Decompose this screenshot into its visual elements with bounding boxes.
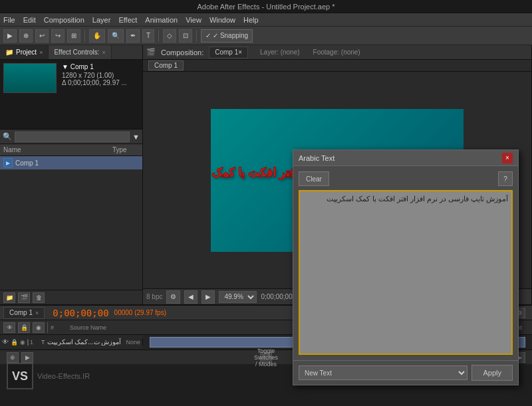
comp-details-2: Δ 0;00;10;00, 29.97 ...	[62, 79, 127, 86]
toolbar-btn-2[interactable]: ⊕	[19, 29, 33, 43]
dialog-close-btn[interactable]: ×	[502, 153, 513, 163]
effect-controls-close[interactable]: ×	[102, 49, 106, 56]
search-bar: 🔍 ▼	[0, 130, 142, 144]
menu-edit[interactable]: Edit	[23, 16, 36, 24]
toolbar-btn-hand[interactable]: ✋	[89, 29, 105, 43]
thumbnail-inner	[4, 64, 56, 92]
layer-eye-icon[interactable]: 👁	[2, 338, 9, 346]
comp-tab-close[interactable]: ×	[238, 49, 242, 56]
app-title: Adobe After Effects - Untitled Project.a…	[197, 3, 334, 11]
bottom-btn-2[interactable]: ▶	[21, 352, 33, 363]
search-dropdown[interactable]: ▼	[132, 133, 140, 141]
hash-col: #	[51, 324, 54, 331]
tab-effect-controls[interactable]: Effect Controls: ×	[49, 45, 111, 59]
comp-info-name: ▼ Comp 1	[62, 63, 127, 70]
zoom-select[interactable]: 49.9%	[219, 291, 257, 303]
comp-name-tab[interactable]: Comp 1 ×	[209, 47, 248, 58]
watermark-text: Video-Effects.IR	[37, 372, 90, 380]
new-comp-btn[interactable]: 🎬	[18, 292, 30, 303]
panel-footer: 📁 🎬 🗑	[0, 290, 142, 304]
snapping-label: ✓ Snapping	[213, 32, 248, 39]
arabic-textarea[interactable]: آموزش تایپ فارسی در نرم افزار افتر افکت …	[299, 190, 513, 355]
toolbar-btn-6[interactable]: ◇	[163, 29, 176, 43]
tab-project[interactable]: 📁 Project ×	[0, 45, 49, 59]
bottom-btn-switches[interactable]: Toggle Switches / Modes	[260, 352, 272, 363]
layer-info: Layer: (none)	[260, 49, 299, 56]
eye-btn[interactable]: 👁	[3, 322, 15, 333]
arabic-text-dialog: Arabic Text × Clear ? آموزش تایپ فارسی د…	[293, 150, 519, 385]
text-type-select[interactable]: New Text	[299, 365, 467, 380]
help-button[interactable]: ?	[498, 171, 513, 186]
comp-dropdown-arrow: ▼	[62, 63, 68, 70]
toolbar-sep-1	[84, 30, 85, 42]
timeline-comp-tab[interactable]: Comp 1 ×	[3, 307, 45, 319]
bottom-left-btns: ⊕ ▶	[7, 352, 33, 363]
toolbar-sep-2	[158, 30, 159, 42]
comp-details-1: 1280 x 720 (1.00)	[62, 72, 127, 79]
clear-button[interactable]: Clear	[299, 171, 329, 186]
comp-next-btn[interactable]: ▶	[201, 290, 215, 304]
fps-display: 00000 (29.97 fps)	[114, 309, 166, 316]
lock-btn[interactable]: 🔒	[18, 322, 30, 333]
footage-info: Footage: (none)	[313, 49, 360, 56]
menu-composition[interactable]: Composition	[44, 16, 84, 24]
comp-panel-label: Composition:	[161, 49, 203, 56]
snapping-toggle[interactable]: ✓ ✓ Snapping	[201, 29, 253, 43]
comp-sub-tab-bar: Comp 1	[143, 60, 531, 72]
layer-name: آموزش ت...کمک اسکریپت	[47, 338, 124, 346]
project-tab-close[interactable]: ×	[39, 49, 43, 56]
comp-prev-btn[interactable]: ◀	[184, 290, 198, 304]
toolbar-btn-4[interactable]: ↪	[51, 29, 65, 43]
menu-window[interactable]: Window	[209, 16, 235, 24]
controls-sep	[47, 322, 48, 333]
toolbar-sep-3	[196, 30, 197, 42]
timeline-row-left: 👁 🔒 ◉ | 1 T آموزش ت...کمک اسکریپت None	[0, 338, 143, 346]
menu-animation[interactable]: Animation	[145, 16, 178, 24]
dialog-body: Clear ? آموزش تایپ فارسی در نرم افزار اف…	[293, 166, 518, 360]
toolbar-btn-3[interactable]: ↩	[35, 29, 49, 43]
solo-btn[interactable]: ◉	[33, 322, 45, 333]
toolbar-btn-5[interactable]: ⊞	[67, 29, 80, 43]
comp-panel-icon: 🎬	[146, 48, 156, 56]
toolbar-btn-1[interactable]: ▶	[3, 29, 17, 43]
col-header-type: Type	[112, 146, 139, 153]
list-item[interactable]: ▶ Comp 1	[0, 156, 142, 169]
menu-view[interactable]: View	[186, 16, 201, 24]
comp-info: ▼ Comp 1 1280 x 720 (1.00) Δ 0;00;10;00,…	[62, 63, 127, 86]
comp-icon: ▶	[3, 158, 13, 167]
toolbar-btn-text[interactable]: T	[142, 29, 154, 43]
project-tab-label: Project	[16, 49, 37, 56]
menu-bar: File Edit Composition Layer Effect Anima…	[0, 13, 532, 27]
layer-lock-icon[interactable]: 🔒	[11, 339, 18, 346]
apply-button[interactable]: Apply	[471, 365, 513, 381]
snapping-check: ✓	[205, 32, 211, 39]
item-name: Comp 1	[15, 159, 110, 167]
layer-num: 1	[30, 339, 39, 346]
dialog-toolbar: Clear ?	[299, 171, 513, 186]
toolbar-btn-7[interactable]: ⊡	[179, 29, 192, 43]
menu-layer[interactable]: Layer	[92, 16, 111, 24]
comp-sub-tab[interactable]: Comp 1	[148, 60, 184, 70]
dialog-title: Arabic Text	[299, 154, 334, 162]
new-folder-btn[interactable]: 📁	[3, 292, 15, 303]
search-input[interactable]	[15, 132, 130, 142]
menu-effect[interactable]: Effect	[118, 16, 137, 24]
layer-parent: None	[126, 339, 140, 346]
comp-settings-btn[interactable]: ⚙	[166, 290, 180, 304]
timeline-tab-close[interactable]: ×	[35, 310, 39, 316]
trash-btn[interactable]: 🗑	[33, 292, 45, 303]
toolbar-btn-pen[interactable]: ✒	[126, 29, 140, 43]
menu-file[interactable]: File	[3, 16, 15, 24]
col-header-name: Name	[3, 146, 112, 153]
layer-solo[interactable]: ◉	[20, 339, 25, 346]
bottom-btn-1[interactable]: ⊕	[7, 352, 19, 363]
watermark: VS Video-Effects.IR	[7, 363, 90, 389]
left-panel: 📁 Project × Effect Controls: × ▼ Comp 1 …	[0, 45, 143, 304]
toolbar-btn-zoom[interactable]: 🔍	[108, 29, 124, 43]
comp-info-section: Layer: (none) Footage: (none)	[260, 49, 360, 56]
bottom-center: Toggle Switches / Modes	[260, 352, 272, 363]
menu-help[interactable]: Help	[243, 16, 259, 24]
timeline-timecode: 0;00;00;00	[53, 308, 108, 318]
project-list: ▶ Comp 1	[0, 156, 142, 290]
title-bar: Adobe After Effects - Untitled Project.a…	[0, 0, 532, 13]
